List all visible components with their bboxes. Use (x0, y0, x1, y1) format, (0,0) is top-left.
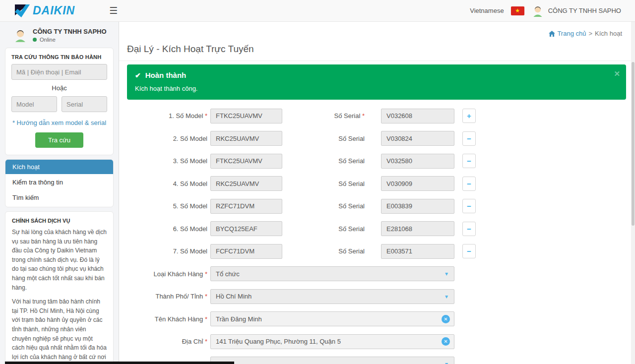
chevron-down-icon: ▾ (445, 361, 448, 364)
required-asterisk: * (203, 270, 207, 278)
alert-message: Kích hoạt thành công. (135, 85, 618, 92)
page-title: Đại Lý - Kích Hoạt Trực Tuyến (127, 44, 254, 55)
warranty-lookup-title: TRA CỨU THÔNG TIN BẢO HÀNH (11, 54, 107, 60)
model-serial-row: 5. Số Model Số Serial − (127, 195, 626, 218)
model-serial-row: 1. Số Model * Số Serial * + (127, 105, 626, 127)
vietnam-flag-icon[interactable]: ★ (511, 6, 524, 15)
header-account[interactable]: CÔNG TY TNHH SAPHO (531, 4, 621, 17)
model-label: 3. Số Model (127, 157, 207, 165)
customer-type-label: Loại Khách Hàng (154, 270, 203, 278)
model-serial-row: 2. Số Model Số Serial − (127, 127, 626, 150)
lookup-code-input[interactable] (11, 64, 107, 80)
main-content: Trang chủ > Kích hoạt Đại Lý - Kích Hoạt… (119, 22, 631, 364)
clear-icon[interactable]: ✕ (442, 315, 450, 323)
header-account-name: CÔNG TY TNHH SAPHO (548, 7, 621, 14)
city-value: Hồ Chí Minh (216, 293, 252, 300)
required-asterisk: * (203, 338, 207, 345)
customer-name-label: Tên Khách Hàng (155, 315, 203, 323)
customer-name-input[interactable]: Trần Đăng Minh ✕ (210, 311, 454, 326)
breadcrumb-home-link[interactable]: Trang chủ (549, 30, 586, 37)
breadcrumb: Trang chủ > Kích hoạt (549, 30, 622, 37)
service-policy-paragraph: Sự hài lòng của khách hàng về dịch vụ sa… (12, 228, 107, 292)
service-policy-paragraph: Với hai trung tâm bảo hành chính tại TP.… (12, 297, 107, 364)
scrollbar-thumb[interactable] (632, 62, 635, 226)
or-label: Hoặc (11, 84, 107, 92)
close-icon[interactable]: ✕ (614, 69, 620, 78)
city-row: Thành Phố/ Tỉnh * Hồ Chí Minh ▾ (127, 285, 626, 308)
model-input[interactable] (210, 176, 282, 191)
serial-label: Số Serial (285, 202, 365, 210)
model-serial-row: 6. Số Model Số Serial − (127, 218, 626, 241)
model-label: 6. Số Model (127, 225, 207, 233)
sidebar-nav: Kích hoạt Kiểm tra thông tin Tìm kiếm (5, 159, 114, 207)
city-select[interactable]: Hồ Chí Minh ▾ (210, 289, 454, 304)
title-divider (119, 61, 631, 61)
alert-title: Hoàn thành (145, 71, 187, 79)
language-label[interactable]: Vietnamese (470, 7, 504, 14)
sidebar-user-panel: CÔNG TY TNHH SAPHO Online (0, 22, 119, 48)
online-status-label: Online (40, 37, 56, 43)
address-label: Địa Chỉ (182, 338, 203, 345)
customer-type-select[interactable]: Tổ chức ▾ (210, 266, 454, 281)
model-input[interactable] (210, 244, 282, 259)
address-value: 141 Triệu Quang Phục, Phường 11, Quận 5 (216, 338, 341, 345)
remove-row-button[interactable]: − (462, 131, 476, 146)
clear-icon[interactable]: ✕ (442, 337, 450, 346)
model-input[interactable] (210, 131, 282, 146)
top-header: DAIKIN ☰ Vietnamese ★ CÔNG TY TNHH SAPHO (0, 0, 635, 22)
serial-input[interactable] (381, 199, 454, 214)
serial-label: Số Serial (285, 180, 365, 187)
model-input[interactable] (210, 221, 282, 236)
sidebar-user-name: CÔNG TY TNHH SAPHO (33, 28, 107, 35)
warranty-lookup-panel: TRA CỨU THÔNG TIN BẢO HÀNH Hoặc * Hướng … (5, 48, 114, 155)
add-row-button[interactable]: + (462, 109, 476, 123)
sidebar-item-kiem-tra-thong-tin[interactable]: Kiểm tra thông tin (5, 175, 113, 189)
remove-row-button[interactable]: − (462, 222, 476, 236)
model-label: 7. Số Model (127, 247, 207, 255)
daikin-logo[interactable]: DAIKIN (15, 4, 94, 17)
serial-input[interactable] (381, 176, 454, 191)
service-policy-title: CHÍNH SÁCH DỊCH VỤ (12, 218, 107, 224)
model-input[interactable] (210, 109, 282, 123)
serial-input[interactable] (381, 221, 454, 236)
daikin-logo-text: DAIKIN (33, 4, 75, 17)
breadcrumb-current: Kích hoạt (595, 30, 622, 37)
model-label: 4. Số Model (127, 180, 207, 187)
model-serial-guide-link[interactable]: * Hướng dẫn xem model & serial (11, 119, 107, 126)
model-serial-row: 4. Số Model Số Serial − (127, 173, 626, 195)
sidebar: CÔNG TY TNHH SAPHO Online TRA CỨU THÔNG … (0, 22, 119, 364)
customer-type-value: Tổ chức (216, 270, 240, 278)
serial-label: Số Serial (285, 157, 365, 165)
remove-row-button[interactable]: − (462, 154, 476, 168)
model-input[interactable] (210, 199, 282, 214)
check-icon: ✔ (135, 71, 141, 79)
daikin-logo-mark (15, 4, 30, 17)
serial-input[interactable] (381, 244, 454, 259)
online-status-icon (33, 38, 37, 42)
hamburger-menu-icon[interactable]: ☰ (109, 6, 118, 15)
serial-input[interactable] (381, 154, 454, 169)
activation-form: 1. Số Model * Số Serial * + 2. Số Model … (127, 105, 626, 364)
required-asterisk: * (203, 112, 207, 120)
remove-row-button[interactable]: − (462, 244, 476, 258)
vertical-scrollbar[interactable] (631, 22, 635, 364)
serial-label: Số Serial (285, 247, 365, 255)
chevron-down-icon: ▾ (445, 270, 448, 277)
serial-label: Số Serial (285, 225, 365, 233)
serial-input[interactable] (381, 109, 454, 123)
lookup-submit-button[interactable]: Tra cứu (35, 132, 83, 148)
remove-row-button[interactable]: − (462, 199, 476, 213)
avatar-icon (13, 28, 28, 43)
serial-input[interactable] (381, 131, 454, 146)
partial-next-select[interactable]: ▾ (210, 357, 454, 364)
sidebar-item-tim-kiem[interactable]: Tìm kiếm (5, 190, 113, 205)
address-input[interactable]: 141 Triệu Quang Phục, Phường 11, Quận 5 … (210, 334, 454, 349)
lookup-model-input[interactable] (11, 96, 57, 112)
lookup-serial-input[interactable] (62, 96, 107, 112)
breadcrumb-separator: > (588, 30, 592, 37)
sidebar-item-kich-hoat[interactable]: Kích hoạt (5, 160, 113, 174)
city-label: Thành Phố/ Tỉnh (155, 293, 203, 300)
model-input[interactable] (210, 154, 282, 169)
success-alert: ✔ Hoàn thành Kích hoạt thành công. ✕ (127, 64, 626, 100)
remove-row-button[interactable]: − (462, 177, 476, 191)
